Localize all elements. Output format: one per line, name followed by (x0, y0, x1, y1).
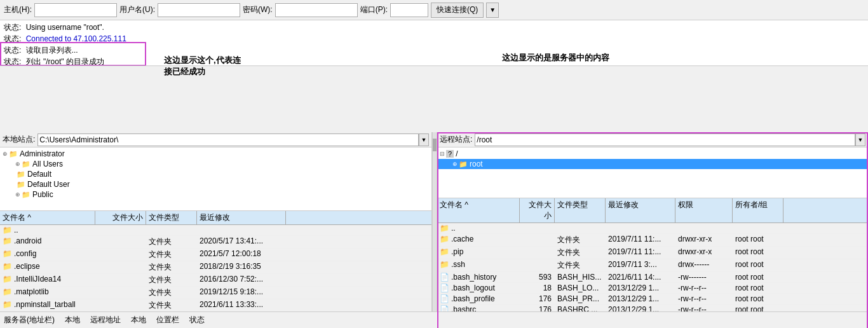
remote-file-owner: root root (733, 234, 783, 246)
status-label-2: 状态: (4, 34, 21, 43)
scrollbar-thumb[interactable] (433, 139, 437, 151)
remote-file-row[interactable]: 📄.bash_profile 176 BASH_PR... 2013/12/29… (437, 294, 868, 304)
status-msg-1: Using username "root". (26, 23, 104, 32)
remote-file-owner: root root (733, 259, 783, 271)
expand-icon[interactable]: ⊟ (440, 151, 445, 157)
bottom-tab-1[interactable]: 服务器(地址栏) (4, 315, 55, 325)
bottom-tab-3[interactable]: 远程地址 (90, 315, 121, 325)
remote-file-type: 文件夹 (555, 247, 606, 259)
remote-file-row[interactable]: 📁.cache 文件夹 2019/7/11 11:... drwxr-xr-x … (437, 234, 868, 247)
tree-item-defaultuser[interactable]: 📁 Default User (0, 179, 431, 189)
remote-file-size: 176 (520, 294, 555, 304)
remote-path-input[interactable] (475, 133, 855, 146)
remote-file-row[interactable]: 📁.. (437, 223, 868, 234)
bottom-tab-6[interactable]: 状态 (189, 315, 205, 325)
local-file-row[interactable]: 📁.config 文件夹 2021/5/7 12:00:18 (0, 249, 431, 261)
rcol-header-type[interactable]: 文件类型 (555, 198, 606, 222)
user-label: 用户名(U): (119, 4, 155, 15)
folder-icon: 📁 (459, 160, 468, 168)
remote-file-row[interactable]: 📁.ssh 文件夹 2019/7/11 3:... drwx------ roo… (437, 259, 868, 272)
local-file-row[interactable]: 📁.IntelliJIdea14 文件夹 2016/12/30 7:52:... (0, 274, 431, 287)
local-path-input[interactable] (37, 133, 419, 146)
local-file-size (95, 299, 146, 311)
bottom-bar: 服务器(地址栏) 本地 远程地址 本地 位置栏 状态 (0, 311, 868, 328)
port-input[interactable] (390, 3, 428, 17)
local-file-list[interactable]: 文件名 ^ 文件大小 文件类型 最近修改 📁.. 📁.android 文件夹 2… (0, 211, 431, 313)
local-file-size (95, 236, 146, 248)
expand-icon[interactable]: ⊕ (3, 151, 8, 157)
local-file-name: 📁.IntelliJIdea14 (0, 274, 95, 286)
rcol-header-owner[interactable]: 所有者/组 (733, 198, 783, 222)
remote-file-perm (675, 223, 733, 233)
expand-icon[interactable]: ⊕ (15, 161, 20, 167)
rcol-header-size[interactable]: 文件大小 (520, 198, 555, 222)
local-file-row[interactable]: 📁.. (0, 225, 431, 236)
tree-item-allusers[interactable]: ⊕ 📁 All Users (0, 159, 431, 169)
col-header-size[interactable]: 文件大小 (95, 211, 146, 224)
col-header-type[interactable]: 文件类型 (146, 211, 197, 224)
status-line-2: 状态: Connected to 47.100.225.111 (4, 33, 864, 44)
rcol-header-perm[interactable]: 权限 (675, 198, 733, 222)
status-label-3: 状态: (4, 46, 21, 55)
remote-path-dropdown[interactable]: ▼ (855, 133, 865, 146)
remote-file-date: 2013/12/29 1... (606, 294, 675, 304)
rcol-header-name[interactable]: 文件名 ^ (437, 198, 520, 222)
bottom-tab-4[interactable]: 本地 (131, 315, 146, 325)
local-file-size (95, 274, 146, 286)
local-file-row[interactable]: 📁.android 文件夹 2020/5/17 13:41:... (0, 236, 431, 249)
local-tree[interactable]: ⊕ 📁 Administrator ⊕ 📁 All Users 📁 Defaul… (0, 147, 431, 211)
col-header-date[interactable]: 最近修改 (197, 211, 286, 224)
status-line-1: 状态: Using username "root". (4, 22, 864, 33)
dropdown-arrow-button[interactable]: ▼ (486, 3, 499, 18)
remote-file-row[interactable]: 📄.bash_logout 18 BASH_LO... 2013/12/29 1… (437, 283, 868, 294)
remote-file-perm: -rw------- (675, 272, 733, 282)
expand-icon[interactable]: ⊕ (15, 191, 20, 198)
remote-file-perm: drwx------ (675, 259, 733, 271)
remote-path-label: 远程站点: (440, 134, 472, 145)
remote-path-bar: 远程站点: ▼ (437, 132, 868, 147)
rcol-header-date[interactable]: 最近修改 (606, 198, 675, 222)
remote-file-owner: root root (733, 294, 783, 304)
tree-item-root-slash[interactable]: ⊟ ? / (437, 149, 868, 159)
local-file-type: 文件夹 (146, 287, 197, 299)
remote-file-row[interactable]: 📄.bash_history 593 BASH_HIS... 2021/6/11… (437, 272, 868, 283)
remote-file-type: 文件夹 (555, 259, 606, 271)
status-msg-3: 读取目录列表... (26, 46, 78, 55)
bottom-tab-2[interactable]: 本地 (65, 315, 80, 325)
col-header-name[interactable]: 文件名 ^ (0, 211, 95, 224)
local-file-size (95, 249, 146, 261)
expand-icon[interactable]: ⊕ (452, 161, 458, 167)
local-path-bar: 本地站点: ▼ (0, 132, 431, 147)
status-label-4: 状态: (4, 57, 21, 66)
remote-tree[interactable]: ⊟ ? / ⊕ 📁 root (437, 147, 868, 198)
bottom-tab-5[interactable]: 位置栏 (156, 315, 179, 325)
status-line-4: 状态: 列出 "/root" 的目录成功 (4, 56, 864, 66)
pass-input[interactable] (275, 3, 358, 17)
remote-file-name: 📁.. (437, 223, 520, 233)
tree-item-administrator[interactable]: ⊕ 📁 Administrator (0, 149, 431, 159)
toolbar: 主机(H): 用户名(U): 密码(W): 端口(P): 快速连接(Q) ▼ (0, 0, 868, 20)
user-input[interactable] (158, 3, 240, 17)
tree-item-default[interactable]: 📁 Default (0, 169, 431, 179)
local-file-row[interactable]: 📁.eclipse 文件夹 2018/2/19 3:16:35 (0, 261, 431, 274)
remote-file-row[interactable]: 📁.pip 文件夹 2019/7/11 11:... drwxr-xr-x ro… (437, 247, 868, 259)
tree-item-label: Default User (27, 180, 70, 189)
remote-file-date: 2019/7/11 11:... (606, 234, 675, 246)
remote-file-list[interactable]: 文件名 ^ 文件大小 文件类型 最近修改 权限 所有者/组 📁.. 📁.cach… (437, 198, 868, 328)
local-file-name: 📁.android (0, 236, 95, 248)
folder-icon: 📁 (9, 150, 18, 158)
remote-file-perm: drwxr-xr-x (675, 247, 733, 259)
remote-file-name: 📄.bash_history (437, 272, 520, 282)
tree-item-root-folder[interactable]: ⊕ 📁 root (437, 159, 868, 169)
host-input[interactable] (34, 3, 117, 17)
local-file-date: 2021/5/7 12:00:18 (197, 249, 286, 261)
tree-item-label: All Users (32, 160, 63, 168)
local-file-row[interactable]: 📁.npminstall_tarball 文件夹 2021/6/11 13:33… (0, 299, 431, 312)
local-file-rows: 📁.. 📁.android 文件夹 2020/5/17 13:41:... 📁.… (0, 225, 431, 313)
local-file-row[interactable]: 📁.matplotlib 文件夹 2019/12/15 9:18:... (0, 287, 431, 299)
tree-item-public[interactable]: ⊕ 📁 Public (0, 189, 431, 200)
remote-file-name: 📁.pip (437, 247, 520, 259)
quick-connect-button[interactable]: 快速连接(Q) (431, 3, 484, 18)
status-label-1: 状态: (4, 23, 21, 32)
local-path-dropdown[interactable]: ▼ (419, 133, 429, 146)
